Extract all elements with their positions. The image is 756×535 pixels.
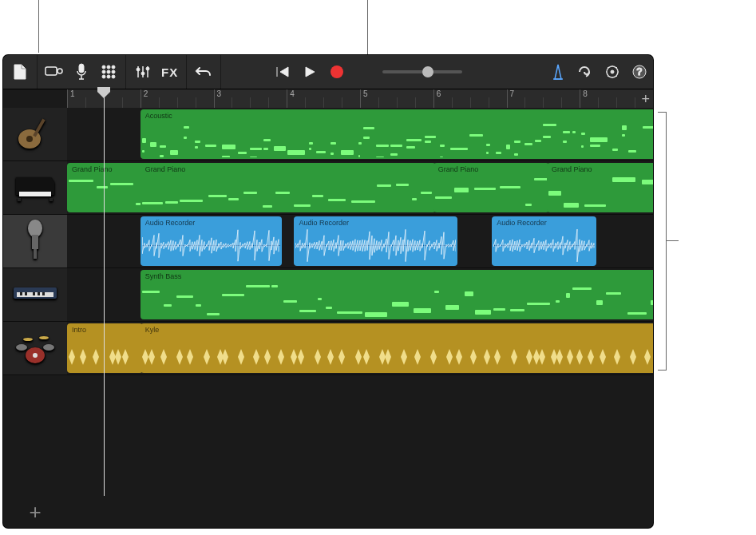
keyboard-icon xyxy=(12,283,58,307)
region[interactable]: Grand Piano xyxy=(67,163,146,212)
region[interactable]: Intro xyxy=(67,323,143,373)
record-icon xyxy=(331,65,343,78)
loop-browser-button[interactable] xyxy=(572,58,599,85)
ruler-bar: 1 xyxy=(67,89,75,109)
region[interactable]: Audio Recorder xyxy=(492,216,596,266)
track-lane[interactable]: Audio RecorderAudio RecorderAudio Record… xyxy=(67,215,653,268)
ruler-bar: 2 xyxy=(141,89,148,109)
region-label: Grand Piano xyxy=(72,165,141,173)
svg-point-20 xyxy=(26,136,33,142)
playhead-handle[interactable] xyxy=(97,87,110,97)
track-controls-button[interactable] xyxy=(129,58,156,85)
svg-rect-22 xyxy=(19,192,51,196)
region[interactable]: Synth Bass xyxy=(141,270,653,319)
fx-button[interactable]: FX xyxy=(156,65,183,79)
settings-button[interactable] xyxy=(599,58,626,85)
svg-point-8 xyxy=(112,70,115,73)
guitar-icon xyxy=(14,112,57,157)
master-volume-slider[interactable] xyxy=(374,70,470,73)
svg-rect-27 xyxy=(34,249,37,259)
ruler-bar: 7 xyxy=(507,89,515,109)
region-label: Synth Bass xyxy=(145,272,651,280)
track-lane[interactable]: Acoustic xyxy=(67,108,653,160)
svg-point-6 xyxy=(102,70,105,73)
region-label: Grand Piano xyxy=(552,165,651,173)
region[interactable]: Audio Recorder xyxy=(294,216,457,266)
svg-rect-31 xyxy=(25,292,27,295)
region-label: Acoustic xyxy=(145,112,651,120)
svg-point-3 xyxy=(102,65,105,69)
control-bar: FX xyxy=(3,55,653,89)
svg-point-7 xyxy=(107,70,110,73)
ruler-bar: 6 xyxy=(433,89,441,109)
region[interactable]: Grand Piano xyxy=(141,163,436,212)
region-label: Kyle xyxy=(145,326,651,334)
track-lane[interactable]: Synth Bass xyxy=(67,268,653,321)
go-to-beginning-button[interactable] xyxy=(269,58,296,85)
track-row: Synth Bass xyxy=(3,268,653,322)
svg-point-4 xyxy=(107,65,110,69)
svg-point-1 xyxy=(57,69,62,73)
svg-point-11 xyxy=(112,75,115,78)
track-header[interactable] xyxy=(3,108,67,160)
track-row: Acoustic xyxy=(3,108,653,161)
help-button[interactable]: ? xyxy=(626,58,653,85)
ruler[interactable]: + 12345678 xyxy=(67,89,653,109)
svg-rect-34 xyxy=(42,292,45,295)
add-track-button[interactable]: + xyxy=(3,496,67,528)
apps-icon[interactable] xyxy=(95,58,122,85)
track-header[interactable] xyxy=(3,322,67,374)
svg-point-36 xyxy=(33,353,38,358)
svg-rect-24 xyxy=(49,198,53,201)
microphone-icon[interactable] xyxy=(68,58,95,85)
my-songs-button[interactable] xyxy=(6,58,34,85)
undo-button[interactable] xyxy=(190,58,217,85)
svg-point-5 xyxy=(112,65,115,69)
region[interactable]: Grand Piano xyxy=(433,163,549,212)
region[interactable]: Audio Recorder xyxy=(141,216,282,266)
svg-rect-2 xyxy=(79,64,84,73)
region[interactable]: Kyle xyxy=(141,323,653,373)
browser-button[interactable] xyxy=(41,58,68,85)
region-label: Grand Piano xyxy=(145,165,431,173)
tracks-area: AcousticGrand PianoGrand PianoGrand Pian… xyxy=(3,108,653,496)
svg-point-10 xyxy=(107,75,110,78)
region[interactable]: Acoustic xyxy=(141,109,653,159)
svg-rect-0 xyxy=(46,67,57,75)
playhead[interactable] xyxy=(104,89,105,496)
record-button[interactable] xyxy=(323,58,350,85)
svg-rect-32 xyxy=(33,292,35,295)
track-row: Audio RecorderAudio RecorderAudio Record… xyxy=(3,215,653,268)
drums-icon xyxy=(12,330,58,367)
track-row: IntroKyle xyxy=(3,322,653,375)
svg-point-37 xyxy=(16,344,27,351)
svg-point-38 xyxy=(43,344,54,351)
svg-point-12 xyxy=(137,68,140,71)
metronome-button[interactable] xyxy=(544,58,572,85)
track-lane[interactable]: Grand PianoGrand PianoGrand PianoGrand P… xyxy=(67,161,653,214)
track-header[interactable] xyxy=(3,215,67,268)
region[interactable]: Grand Piano xyxy=(547,163,653,212)
add-section-button[interactable]: + xyxy=(641,91,650,108)
ruler-bar: 5 xyxy=(360,89,368,109)
track-header[interactable] xyxy=(3,161,67,214)
svg-rect-23 xyxy=(18,198,21,201)
callout-line xyxy=(38,0,39,53)
ruler-bar: 8 xyxy=(580,89,588,109)
region-label: Intro xyxy=(72,326,138,334)
svg-point-25 xyxy=(28,220,42,237)
piano-icon xyxy=(13,171,57,204)
svg-rect-33 xyxy=(38,292,40,295)
mic-icon xyxy=(23,219,47,264)
svg-point-14 xyxy=(146,67,149,70)
garageband-window: FX xyxy=(3,55,653,528)
svg-point-16 xyxy=(611,70,614,73)
track-lane[interactable]: IntroKyle xyxy=(67,322,653,374)
svg-text:?: ? xyxy=(636,66,642,77)
track-header[interactable] xyxy=(3,268,67,321)
svg-point-9 xyxy=(102,75,105,78)
track-row: Grand PianoGrand PianoGrand PianoGrand P… xyxy=(3,161,653,215)
play-button[interactable] xyxy=(296,58,323,85)
region-label: Grand Piano xyxy=(438,165,544,173)
svg-point-39 xyxy=(23,338,33,341)
